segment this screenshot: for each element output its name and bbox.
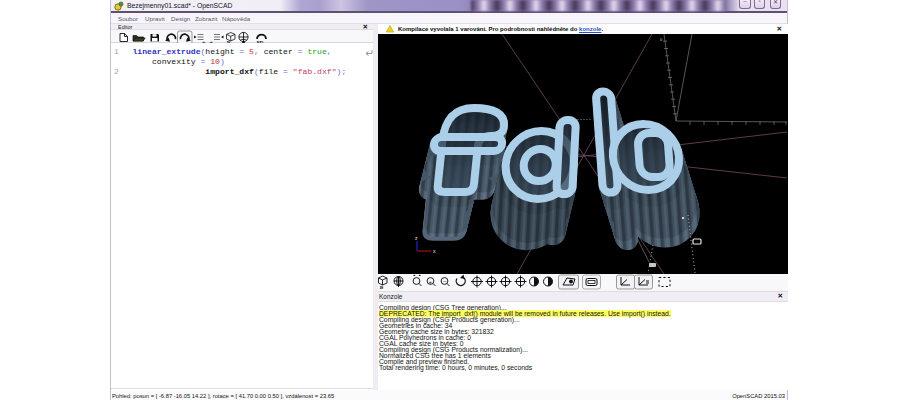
- svg-text:+: +: [429, 279, 433, 285]
- svg-text:–: –: [443, 278, 447, 284]
- svg-text:»: »: [380, 284, 384, 291]
